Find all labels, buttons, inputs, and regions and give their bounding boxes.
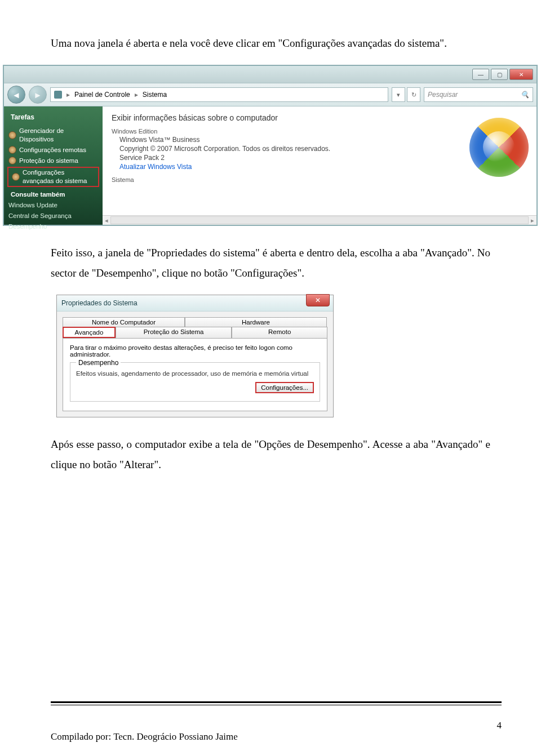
info-line: Service Pack 2 [119, 154, 527, 162]
search-input[interactable]: Pesquisar 🔍 [424, 87, 533, 102]
breadcrumb-item[interactable]: Painel de Controle [74, 91, 130, 99]
nav-forward-button[interactable]: ► [29, 86, 47, 104]
settings-button[interactable]: Configurações... [255, 382, 314, 393]
dialog-titlebar: Propriedades do Sistema ✕ [57, 295, 333, 312]
bullet-icon [8, 131, 16, 139]
tab-advanced[interactable]: Avançado [63, 327, 116, 338]
sidebar-header: Tarefas [4, 111, 103, 126]
tab-computer-name[interactable]: Nome do Computador [63, 317, 185, 327]
footer-author: Compilado por: Tecn. Deográcio Possiano … [51, 731, 238, 742]
tab-pane: Para tirar o máximo proveito destas alte… [63, 338, 327, 411]
bullet-icon [8, 157, 16, 164]
paragraph-3: Após esse passo, o computador exibe a te… [51, 434, 490, 475]
tab-remote[interactable]: Remoto [232, 327, 327, 338]
sidebar-item-device-manager[interactable]: Gerenciador de Dispositivos [4, 126, 103, 145]
sidebar-item-remote-settings[interactable]: Configurações remotas [4, 145, 103, 155]
dropdown-button[interactable]: ▾ [392, 87, 405, 102]
sidebar-label: Configurações remotas [19, 146, 86, 154]
windows-logo-icon [469, 118, 529, 177]
scroll-right-icon[interactable]: ▸ [531, 217, 534, 224]
sidebar-label: Gerenciador de Dispositivos [19, 127, 97, 144]
refresh-button[interactable]: ↻ [407, 87, 420, 102]
fieldset-legend: Desempenho [76, 359, 121, 367]
chevron-right-icon [65, 91, 71, 99]
intro-text: Para tirar o máximo proveito destas alte… [70, 344, 320, 358]
maximize-button[interactable]: ▢ [491, 69, 508, 80]
search-placeholder: Pesquisar [428, 91, 458, 99]
page-number: 4 [51, 720, 502, 731]
sidebar-label: Desempenho [8, 223, 47, 231]
close-button[interactable]: ✕ [509, 69, 533, 80]
scroll-left-icon[interactable]: ◂ [105, 217, 108, 224]
sidebar-item-advanced-settings[interactable]: Configurações avançadas do sistema [7, 167, 99, 187]
sidebar-label: Windows Update [8, 201, 57, 210]
sidebar-section-header: Consulte também [4, 188, 103, 200]
screenshot-system-properties: Propriedades do Sistema ✕ Nome do Comput… [56, 295, 334, 417]
sidebar-label: Configurações avançadas do sistema [23, 168, 94, 185]
nav-toolbar: ◄ ► Painel de Controle Sistema ▾ ↻ Pesqu… [4, 83, 536, 106]
bullet-icon [8, 146, 16, 154]
update-link[interactable]: Atualizar Windows Vista [119, 163, 527, 171]
info-line: Windows Vista™ Business [119, 136, 527, 144]
breadcrumb-item[interactable]: Sistema [143, 91, 167, 99]
paragraph-1: Uma nova janela é aberta e nela você dev… [51, 33, 490, 54]
dialog-title: Propriedades do Sistema [61, 299, 138, 307]
tab-system-protection[interactable]: Proteção do Sistema [116, 327, 232, 338]
screenshot-system-window: — ▢ ✕ ◄ ► Painel de Controle Sistema ▾ ↻… [3, 65, 538, 226]
page-footer: 4 Compilado por: Tecn. Deográcio Possian… [51, 701, 502, 742]
performance-fieldset: Desempenho Efeitos visuais, agendamento … [70, 362, 320, 402]
tabs-container: Nome do Computador Hardware Avançado Pro… [57, 312, 333, 338]
info-line: Copyright © 2007 Microsoft Corporation. … [119, 145, 527, 153]
minimize-button[interactable]: — [472, 69, 489, 80]
nav-back-button[interactable]: ◄ [7, 86, 25, 104]
sidebar-item-windows-update[interactable]: Windows Update [4, 200, 103, 211]
scrollbar-track[interactable] [110, 216, 529, 224]
paragraph-2: Feito isso, a janela de "Propriedades do… [51, 243, 490, 283]
sidebar-label: Proteção do sistema [19, 157, 78, 165]
close-button[interactable]: ✕ [306, 294, 330, 306]
bullet-icon [12, 173, 20, 181]
footer-rule [51, 701, 502, 705]
breadcrumb-icon [54, 91, 62, 99]
content-pane: Exibir informações básicas sobre o compu… [103, 106, 536, 225]
chevron-right-icon [134, 91, 139, 99]
fieldset-description: Efeitos visuais, agendamento de processa… [76, 370, 314, 379]
tab-hardware[interactable]: Hardware [185, 317, 327, 327]
address-bar[interactable]: Painel de Controle Sistema [50, 87, 388, 102]
sidebar-item-performance[interactable]: Desempenho [4, 221, 103, 232]
sidebar-item-system-protection[interactable]: Proteção do sistema [4, 155, 103, 166]
content-heading: Exibir informações básicas sobre o compu… [112, 113, 527, 122]
sidebar-label: Central de Segurança [8, 212, 72, 220]
group-label: Windows Edition [112, 128, 527, 135]
search-icon: 🔍 [521, 91, 529, 99]
group-label: Sistema [112, 176, 527, 183]
window-titlebar: — ▢ ✕ [4, 66, 536, 83]
sidebar-item-security-center[interactable]: Central de Segurança [4, 211, 103, 221]
tasks-sidebar: Tarefas Gerenciador de Dispositivos Conf… [4, 106, 103, 225]
